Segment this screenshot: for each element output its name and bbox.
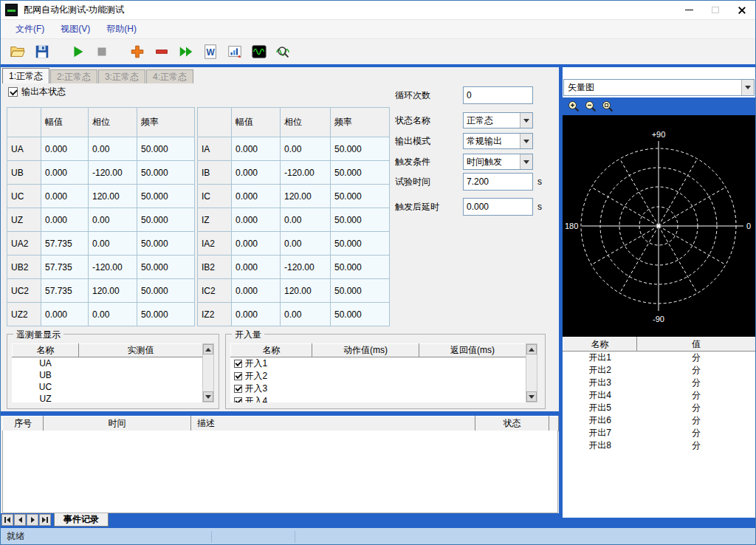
freq-cell[interactable]: 50.000 xyxy=(331,232,390,256)
phase-cell[interactable]: 0.00 xyxy=(89,208,137,232)
freq-cell[interactable]: 50.000 xyxy=(137,137,195,161)
freq-cell[interactable]: 50.000 xyxy=(137,303,195,326)
telemetry-scrollbar[interactable] xyxy=(202,343,214,402)
amp-cell[interactable]: 57.735 xyxy=(41,232,89,256)
amp-cell[interactable]: 57.735 xyxy=(41,279,89,303)
scroll-down-icon[interactable] xyxy=(526,391,537,402)
phase-cell[interactable]: 0.00 xyxy=(281,232,331,256)
amp-cell[interactable]: 0.000 xyxy=(41,303,89,326)
save-button[interactable] xyxy=(32,42,52,61)
menu-view[interactable]: 视图(V) xyxy=(53,21,97,38)
amp-cell[interactable]: 0.000 xyxy=(232,161,281,185)
freq-cell[interactable]: 50.000 xyxy=(137,279,195,303)
last-record-button[interactable] xyxy=(39,514,51,526)
freq-cell[interactable]: 50.000 xyxy=(331,185,390,208)
digital-input-scrollbar[interactable] xyxy=(526,343,537,402)
freq-cell[interactable]: 50.000 xyxy=(137,185,195,208)
tab-state-2[interactable]: 2:正常态 xyxy=(50,69,97,83)
test-time-input[interactable] xyxy=(463,173,533,191)
amp-cell[interactable]: 0.000 xyxy=(232,279,281,303)
chevron-down-icon[interactable] xyxy=(520,154,532,169)
amp-cell[interactable]: 0.000 xyxy=(232,185,281,208)
freq-cell[interactable]: 50.000 xyxy=(331,303,390,326)
telemetry-row[interactable]: UZ xyxy=(13,393,203,403)
freq-cell[interactable]: 50.000 xyxy=(137,208,195,232)
minimize-button[interactable] xyxy=(676,1,702,19)
freq-cell[interactable]: 50.000 xyxy=(331,208,390,232)
freq-cell[interactable]: 50.000 xyxy=(331,279,390,303)
state-name-select[interactable]: 正常态 xyxy=(463,112,533,128)
zoom-in-button[interactable] xyxy=(567,100,580,113)
open-button[interactable] xyxy=(8,42,27,61)
amp-cell[interactable]: 0.000 xyxy=(232,256,281,279)
scroll-up-icon[interactable] xyxy=(203,344,213,354)
phase-cell[interactable]: -120.00 xyxy=(281,161,331,185)
input2-checkbox[interactable] xyxy=(234,372,242,380)
amp-cell[interactable]: 0.000 xyxy=(232,208,281,232)
input1-checkbox[interactable] xyxy=(234,360,242,368)
freq-cell[interactable]: 50.000 xyxy=(331,256,390,279)
phase-cell[interactable]: 120.00 xyxy=(89,185,137,208)
freq-cell[interactable]: 50.000 xyxy=(137,232,195,256)
event-log-body[interactable] xyxy=(2,431,558,513)
start-test-button[interactable] xyxy=(68,42,87,61)
menu-file[interactable]: 文件(F) xyxy=(8,21,52,38)
menu-help[interactable]: 帮助(H) xyxy=(99,21,144,38)
freq-cell[interactable]: 50.000 xyxy=(137,256,195,279)
waveform-button[interactable] xyxy=(250,42,269,61)
chevron-down-icon[interactable] xyxy=(520,113,532,128)
close-button[interactable] xyxy=(729,1,755,19)
amp-cell[interactable]: 0.000 xyxy=(41,185,89,208)
scroll-down-icon[interactable] xyxy=(203,391,213,402)
trigger-delay-input[interactable] xyxy=(463,198,533,216)
seq-header[interactable]: 序号 xyxy=(3,417,44,431)
output-state-checkbox[interactable] xyxy=(8,87,18,97)
loop-count-input[interactable] xyxy=(463,86,533,104)
chevron-down-icon[interactable] xyxy=(741,80,754,95)
amp-cell[interactable]: 0.000 xyxy=(232,303,281,326)
zoom-waveform-button[interactable] xyxy=(274,42,293,61)
phase-cell[interactable]: 0.00 xyxy=(281,137,331,161)
status-header[interactable]: 状态 xyxy=(475,417,549,431)
phase-cell[interactable]: -120.00 xyxy=(281,256,331,279)
time-header[interactable]: 时间 xyxy=(44,417,191,431)
zoom-out-button[interactable] xyxy=(584,100,597,113)
phase-cell[interactable]: 120.00 xyxy=(89,279,137,303)
amp-cell[interactable]: 0.000 xyxy=(232,137,281,161)
amp-cell[interactable]: 57.735 xyxy=(41,256,89,279)
remove-state-button[interactable] xyxy=(152,42,171,61)
phase-cell[interactable]: 0.00 xyxy=(89,232,137,256)
stop-test-button[interactable] xyxy=(92,42,111,61)
vector-diagram-area[interactable]: +90 180 0 -90 xyxy=(563,115,755,337)
scroll-up-icon[interactable] xyxy=(526,344,537,354)
phase-cell[interactable]: -120.00 xyxy=(89,161,137,185)
tab-state-1[interactable]: 1:正常态 xyxy=(2,68,49,83)
phase-cell[interactable]: 0.00 xyxy=(89,303,137,326)
phase-cell[interactable]: 120.00 xyxy=(281,185,331,208)
amp-cell[interactable]: 0.000 xyxy=(41,208,89,232)
phase-cell[interactable]: 0.00 xyxy=(89,137,137,161)
next-record-button[interactable] xyxy=(27,514,38,526)
telemetry-row[interactable]: UA xyxy=(13,357,203,369)
first-record-button[interactable] xyxy=(1,514,13,526)
amp-cell[interactable]: 0.000 xyxy=(232,232,281,256)
value-header[interactable]: 值 xyxy=(637,337,756,352)
freq-cell[interactable]: 50.000 xyxy=(331,161,390,185)
description-header[interactable]: 描述 xyxy=(191,417,475,431)
amp-cell[interactable]: 0.000 xyxy=(41,161,89,185)
trigger-condition-select[interactable]: 时间触发 xyxy=(463,154,533,170)
phase-cell[interactable]: 0.00 xyxy=(281,303,331,326)
zoom-reset-button[interactable] xyxy=(601,100,614,113)
tab-state-3[interactable]: 3:正常态 xyxy=(98,69,145,83)
phase-cell[interactable]: 0.00 xyxy=(281,208,331,232)
chevron-down-icon[interactable] xyxy=(520,134,532,148)
freq-cell[interactable]: 50.000 xyxy=(331,137,390,161)
telemetry-row[interactable]: UC xyxy=(13,381,203,393)
input3-checkbox[interactable] xyxy=(234,385,242,393)
add-state-button[interactable] xyxy=(128,42,147,61)
prev-record-button[interactable] xyxy=(14,514,26,526)
maximize-button[interactable] xyxy=(702,1,729,19)
name-header[interactable]: 名称 xyxy=(563,337,637,352)
tab-state-4[interactable]: 4:正常态 xyxy=(146,69,193,83)
export-chart-button[interactable] xyxy=(225,42,244,61)
